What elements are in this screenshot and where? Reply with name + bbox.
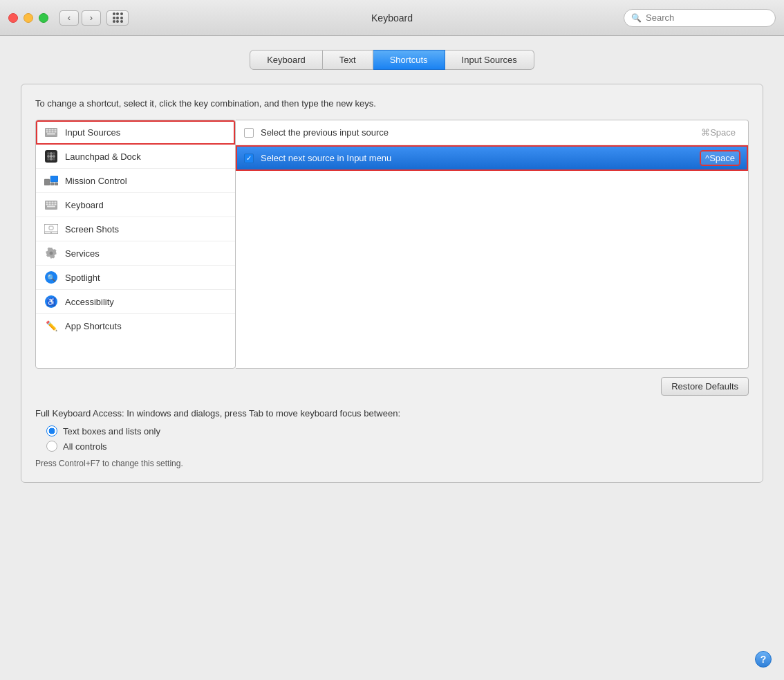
svg-rect-23 — [55, 183, 58, 185]
sidebar-label-services: Services — [65, 248, 100, 259]
restore-row: Restore Defaults — [35, 377, 749, 396]
sidebar-item-keyboard[interactable]: Keyboard — [36, 193, 235, 217]
svg-rect-5 — [46, 131, 48, 132]
svg-rect-7 — [52, 131, 54, 132]
sidebar-list: Input Sources — [35, 120, 236, 369]
gear-icon — [44, 246, 58, 260]
help-button[interactable]: ? — [755, 651, 772, 668]
sidebar-label-accessibility: Accessibility — [65, 297, 114, 307]
tab-bar: Keyboard Text Shortcuts Input Sources — [21, 50, 763, 70]
svg-rect-32 — [55, 203, 57, 205]
close-button[interactable] — [8, 13, 18, 23]
sidebar-label-keyboard: Keyboard — [65, 200, 104, 210]
svg-point-12 — [50, 152, 53, 155]
sidebar-item-app-shortcuts[interactable]: ✏️ App Shortcuts — [36, 314, 235, 338]
accessibility-icon: ♿ — [44, 295, 58, 309]
svg-point-17 — [47, 158, 50, 160]
forward-button[interactable]: › — [82, 10, 101, 26]
shortcut-label-next: Select next source in Input menu — [261, 153, 693, 163]
shortcuts-right-panel: Select the previous input source ⌘Space … — [236, 120, 749, 369]
sidebar-label-mission-control: Mission Control — [65, 176, 127, 186]
sidebar-item-mission-control[interactable]: Mission Control — [36, 169, 235, 193]
search-box[interactable]: 🔍 — [624, 9, 776, 27]
radio-group: Text boxes and lists only All controls — [46, 425, 749, 452]
appshortcuts-icon: ✏️ — [44, 319, 58, 333]
radio-all-controls-label: All controls — [63, 441, 107, 452]
tab-shortcuts[interactable]: Shortcuts — [373, 50, 445, 70]
svg-rect-29 — [46, 203, 48, 205]
shortcuts-panel: To change a shortcut, select it, click t… — [21, 84, 763, 483]
svg-rect-2 — [49, 129, 51, 130]
launchpad-icon — [44, 149, 58, 163]
sidebar-item-services[interactable]: Services — [36, 241, 235, 266]
minimize-button[interactable] — [24, 13, 33, 23]
grid-button[interactable] — [106, 10, 129, 26]
screenshot-icon — [44, 222, 58, 236]
control-hint: Press Control+F7 to change this setting. — [35, 459, 749, 468]
shortcut-key-next: ^Space — [700, 151, 740, 165]
back-button[interactable]: ‹ — [59, 10, 79, 26]
shortcut-label-prev: Select the previous input source — [261, 127, 690, 138]
svg-point-13 — [53, 152, 55, 155]
svg-point-11 — [47, 152, 50, 155]
search-input[interactable] — [646, 12, 768, 23]
svg-point-37 — [50, 232, 52, 234]
radio-all-controls-circle[interactable] — [46, 441, 57, 452]
shortcut-row-next-input[interactable]: ✓ Select next source in Input menu ^Spac… — [236, 145, 748, 171]
shortcut-checkbox-prev[interactable] — [244, 128, 254, 138]
svg-rect-25 — [46, 201, 48, 203]
svg-rect-8 — [55, 131, 57, 132]
shortcut-key-prev: ⌘Space — [697, 126, 740, 139]
sidebar-label-screen-shots: Screen Shots — [65, 224, 119, 235]
restore-defaults-button[interactable]: Restore Defaults — [661, 377, 749, 396]
main-content: Keyboard Text Shortcuts Input Sources To… — [0, 36, 784, 680]
sidebar-label-input-sources: Input Sources — [65, 127, 120, 138]
radio-text-boxes-circle[interactable] — [46, 425, 57, 437]
sidebar-item-spotlight[interactable]: 🔍 Spotlight — [36, 266, 235, 290]
sidebar-item-input-sources[interactable]: Input Sources — [36, 120, 235, 145]
svg-point-38 — [50, 252, 53, 255]
description-text: To change a shortcut, select it, click t… — [35, 98, 749, 109]
svg-rect-4 — [55, 129, 57, 130]
svg-rect-3 — [52, 129, 54, 130]
svg-rect-35 — [49, 226, 53, 230]
svg-point-16 — [53, 155, 55, 158]
keyboard-small-icon — [44, 198, 58, 212]
tab-text[interactable]: Text — [323, 50, 373, 70]
svg-rect-31 — [52, 203, 54, 205]
shortcuts-area: Input Sources — [35, 120, 749, 369]
radio-text-boxes[interactable]: Text boxes and lists only — [46, 425, 749, 437]
sidebar-item-accessibility[interactable]: ♿ Accessibility — [36, 290, 235, 314]
svg-point-18 — [50, 158, 53, 160]
sidebar-item-launchpad-dock[interactable]: Launchpad & Dock — [36, 145, 235, 169]
svg-rect-26 — [49, 201, 51, 203]
maximize-button[interactable] — [39, 13, 48, 23]
sidebar-label-spotlight: Spotlight — [65, 273, 100, 283]
mission-control-icon — [44, 174, 58, 187]
svg-rect-27 — [52, 201, 54, 203]
search-icon: 🔍 — [631, 13, 642, 23]
titlebar: ‹ › Keyboard 🔍 — [0, 0, 784, 36]
shortcut-row-prev-input[interactable]: Select the previous input source ⌘Space — [236, 120, 748, 145]
keyboard-icon — [44, 125, 58, 139]
sidebar-label-app-shortcuts: App Shortcuts — [65, 321, 122, 331]
bottom-section: Full Keyboard Access: In windows and dia… — [35, 408, 749, 468]
svg-rect-28 — [55, 201, 57, 203]
sidebar-item-screen-shots[interactable]: Screen Shots — [36, 217, 235, 241]
radio-text-boxes-label: Text boxes and lists only — [63, 426, 160, 437]
shortcut-checkbox-next[interactable]: ✓ — [244, 154, 254, 163]
svg-rect-22 — [50, 183, 54, 185]
full-keyboard-description: Full Keyboard Access: In windows and dia… — [35, 408, 749, 419]
sidebar-label-launchpad-dock: Launchpad & Dock — [65, 151, 141, 162]
svg-rect-30 — [49, 203, 51, 205]
nav-buttons: ‹ › — [59, 10, 101, 26]
svg-point-14 — [47, 155, 50, 158]
tab-keyboard[interactable]: Keyboard — [250, 50, 323, 70]
radio-all-controls[interactable]: All controls — [46, 441, 749, 452]
tab-input-sources[interactable]: Input Sources — [445, 50, 534, 70]
spotlight-icon: 🔍 — [44, 270, 58, 284]
svg-rect-1 — [46, 129, 48, 130]
svg-rect-21 — [50, 176, 58, 182]
svg-point-15 — [50, 155, 53, 158]
window-title: Keyboard — [371, 12, 413, 24]
